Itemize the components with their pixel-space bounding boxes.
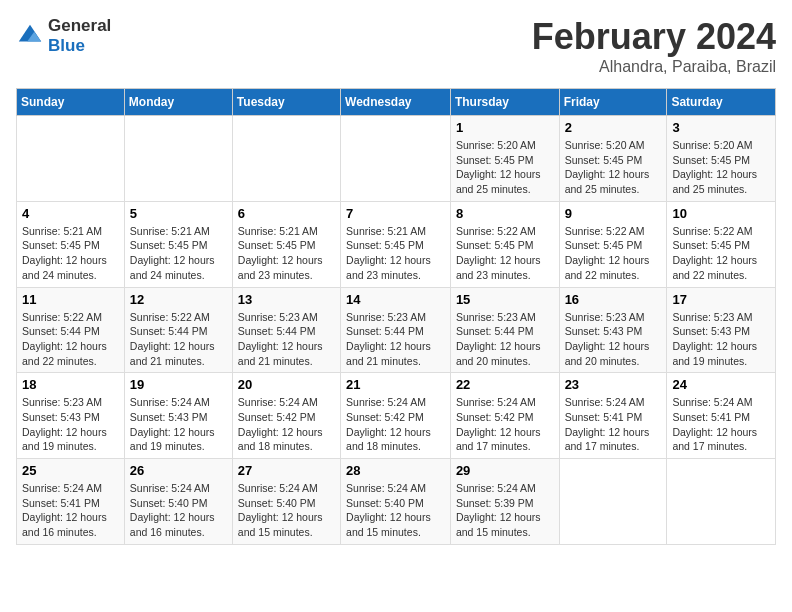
day-number: 26: [130, 463, 227, 478]
day-number: 21: [346, 377, 445, 392]
day-number: 12: [130, 292, 227, 307]
logo-text-blue: Blue: [48, 36, 111, 56]
calendar-cell: 21Sunrise: 5:24 AM Sunset: 5:42 PM Dayli…: [341, 373, 451, 459]
calendar-cell: 18Sunrise: 5:23 AM Sunset: 5:43 PM Dayli…: [17, 373, 125, 459]
day-number: 29: [456, 463, 554, 478]
day-number: 15: [456, 292, 554, 307]
calendar-cell: 20Sunrise: 5:24 AM Sunset: 5:42 PM Dayli…: [232, 373, 340, 459]
day-info: Sunrise: 5:21 AM Sunset: 5:45 PM Dayligh…: [130, 224, 227, 283]
day-number: 25: [22, 463, 119, 478]
day-number: 20: [238, 377, 335, 392]
calendar-cell: 12Sunrise: 5:22 AM Sunset: 5:44 PM Dayli…: [124, 287, 232, 373]
calendar-cell: 26Sunrise: 5:24 AM Sunset: 5:40 PM Dayli…: [124, 459, 232, 545]
day-number: 19: [130, 377, 227, 392]
calendar-cell: 5Sunrise: 5:21 AM Sunset: 5:45 PM Daylig…: [124, 201, 232, 287]
day-info: Sunrise: 5:23 AM Sunset: 5:44 PM Dayligh…: [346, 310, 445, 369]
day-number: 23: [565, 377, 662, 392]
calendar-cell: 7Sunrise: 5:21 AM Sunset: 5:45 PM Daylig…: [341, 201, 451, 287]
day-number: 7: [346, 206, 445, 221]
calendar-cell: 8Sunrise: 5:22 AM Sunset: 5:45 PM Daylig…: [450, 201, 559, 287]
calendar-cell: 29Sunrise: 5:24 AM Sunset: 5:39 PM Dayli…: [450, 459, 559, 545]
day-info: Sunrise: 5:21 AM Sunset: 5:45 PM Dayligh…: [238, 224, 335, 283]
day-number: 1: [456, 120, 554, 135]
calendar-cell: 13Sunrise: 5:23 AM Sunset: 5:44 PM Dayli…: [232, 287, 340, 373]
day-number: 13: [238, 292, 335, 307]
calendar-cell: 25Sunrise: 5:24 AM Sunset: 5:41 PM Dayli…: [17, 459, 125, 545]
day-number: 2: [565, 120, 662, 135]
day-info: Sunrise: 5:22 AM Sunset: 5:45 PM Dayligh…: [456, 224, 554, 283]
calendar-cell: 6Sunrise: 5:21 AM Sunset: 5:45 PM Daylig…: [232, 201, 340, 287]
calendar-cell: 11Sunrise: 5:22 AM Sunset: 5:44 PM Dayli…: [17, 287, 125, 373]
calendar-cell: 24Sunrise: 5:24 AM Sunset: 5:41 PM Dayli…: [667, 373, 776, 459]
calendar-cell: 14Sunrise: 5:23 AM Sunset: 5:44 PM Dayli…: [341, 287, 451, 373]
day-info: Sunrise: 5:24 AM Sunset: 5:39 PM Dayligh…: [456, 481, 554, 540]
calendar-cell: 22Sunrise: 5:24 AM Sunset: 5:42 PM Dayli…: [450, 373, 559, 459]
calendar-cell: 27Sunrise: 5:24 AM Sunset: 5:40 PM Dayli…: [232, 459, 340, 545]
calendar-cell: 4Sunrise: 5:21 AM Sunset: 5:45 PM Daylig…: [17, 201, 125, 287]
calendar-cell: 10Sunrise: 5:22 AM Sunset: 5:45 PM Dayli…: [667, 201, 776, 287]
calendar-cell: 23Sunrise: 5:24 AM Sunset: 5:41 PM Dayli…: [559, 373, 667, 459]
day-number: 9: [565, 206, 662, 221]
day-number: 18: [22, 377, 119, 392]
calendar-cell: 9Sunrise: 5:22 AM Sunset: 5:45 PM Daylig…: [559, 201, 667, 287]
week-row-2: 4Sunrise: 5:21 AM Sunset: 5:45 PM Daylig…: [17, 201, 776, 287]
column-header-sunday: Sunday: [17, 89, 125, 116]
day-info: Sunrise: 5:23 AM Sunset: 5:44 PM Dayligh…: [238, 310, 335, 369]
column-header-saturday: Saturday: [667, 89, 776, 116]
day-info: Sunrise: 5:22 AM Sunset: 5:45 PM Dayligh…: [672, 224, 770, 283]
day-info: Sunrise: 5:22 AM Sunset: 5:45 PM Dayligh…: [565, 224, 662, 283]
header: General Blue February 2024 Alhandra, Par…: [16, 16, 776, 76]
day-info: Sunrise: 5:24 AM Sunset: 5:41 PM Dayligh…: [22, 481, 119, 540]
calendar-cell: 15Sunrise: 5:23 AM Sunset: 5:44 PM Dayli…: [450, 287, 559, 373]
day-info: Sunrise: 5:20 AM Sunset: 5:45 PM Dayligh…: [456, 138, 554, 197]
page-subtitle: Alhandra, Paraiba, Brazil: [532, 58, 776, 76]
day-number: 4: [22, 206, 119, 221]
calendar-cell: 17Sunrise: 5:23 AM Sunset: 5:43 PM Dayli…: [667, 287, 776, 373]
column-header-monday: Monday: [124, 89, 232, 116]
calendar-cell: 28Sunrise: 5:24 AM Sunset: 5:40 PM Dayli…: [341, 459, 451, 545]
day-number: 14: [346, 292, 445, 307]
day-info: Sunrise: 5:23 AM Sunset: 5:44 PM Dayligh…: [456, 310, 554, 369]
calendar-cell: [667, 459, 776, 545]
day-number: 22: [456, 377, 554, 392]
calendar-cell: 2Sunrise: 5:20 AM Sunset: 5:45 PM Daylig…: [559, 116, 667, 202]
day-number: 10: [672, 206, 770, 221]
day-info: Sunrise: 5:23 AM Sunset: 5:43 PM Dayligh…: [565, 310, 662, 369]
day-info: Sunrise: 5:24 AM Sunset: 5:41 PM Dayligh…: [672, 395, 770, 454]
column-header-tuesday: Tuesday: [232, 89, 340, 116]
header-row: SundayMondayTuesdayWednesdayThursdayFrid…: [17, 89, 776, 116]
day-info: Sunrise: 5:23 AM Sunset: 5:43 PM Dayligh…: [22, 395, 119, 454]
calendar-cell: [124, 116, 232, 202]
day-info: Sunrise: 5:24 AM Sunset: 5:40 PM Dayligh…: [238, 481, 335, 540]
day-info: Sunrise: 5:24 AM Sunset: 5:42 PM Dayligh…: [456, 395, 554, 454]
day-number: 11: [22, 292, 119, 307]
calendar-cell: [341, 116, 451, 202]
calendar-table: SundayMondayTuesdayWednesdayThursdayFrid…: [16, 88, 776, 545]
day-info: Sunrise: 5:24 AM Sunset: 5:42 PM Dayligh…: [238, 395, 335, 454]
logo-icon: [16, 22, 44, 50]
logo: General Blue: [16, 16, 111, 55]
week-row-3: 11Sunrise: 5:22 AM Sunset: 5:44 PM Dayli…: [17, 287, 776, 373]
logo-text-general: General: [48, 16, 111, 36]
calendar-cell: 19Sunrise: 5:24 AM Sunset: 5:43 PM Dayli…: [124, 373, 232, 459]
calendar-cell: 3Sunrise: 5:20 AM Sunset: 5:45 PM Daylig…: [667, 116, 776, 202]
day-info: Sunrise: 5:24 AM Sunset: 5:40 PM Dayligh…: [130, 481, 227, 540]
week-row-1: 1Sunrise: 5:20 AM Sunset: 5:45 PM Daylig…: [17, 116, 776, 202]
calendar-cell: 1Sunrise: 5:20 AM Sunset: 5:45 PM Daylig…: [450, 116, 559, 202]
day-info: Sunrise: 5:20 AM Sunset: 5:45 PM Dayligh…: [672, 138, 770, 197]
day-number: 5: [130, 206, 227, 221]
day-number: 24: [672, 377, 770, 392]
week-row-5: 25Sunrise: 5:24 AM Sunset: 5:41 PM Dayli…: [17, 459, 776, 545]
day-number: 3: [672, 120, 770, 135]
day-info: Sunrise: 5:24 AM Sunset: 5:42 PM Dayligh…: [346, 395, 445, 454]
day-info: Sunrise: 5:24 AM Sunset: 5:43 PM Dayligh…: [130, 395, 227, 454]
day-number: 8: [456, 206, 554, 221]
day-info: Sunrise: 5:21 AM Sunset: 5:45 PM Dayligh…: [346, 224, 445, 283]
column-header-friday: Friday: [559, 89, 667, 116]
day-info: Sunrise: 5:22 AM Sunset: 5:44 PM Dayligh…: [130, 310, 227, 369]
day-info: Sunrise: 5:23 AM Sunset: 5:43 PM Dayligh…: [672, 310, 770, 369]
day-number: 16: [565, 292, 662, 307]
title-block: February 2024 Alhandra, Paraiba, Brazil: [532, 16, 776, 76]
day-info: Sunrise: 5:24 AM Sunset: 5:41 PM Dayligh…: [565, 395, 662, 454]
calendar-cell: [17, 116, 125, 202]
